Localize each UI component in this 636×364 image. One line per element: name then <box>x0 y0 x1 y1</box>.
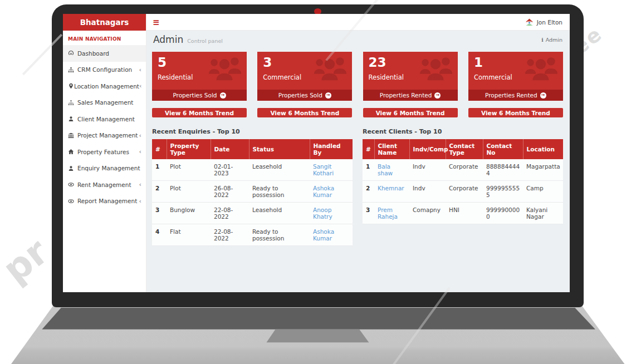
page-header: Admin Control panel Admin <box>146 31 570 48</box>
card-footer-label: Properties Sold <box>173 92 217 99</box>
view-trend-button[interactable]: View 6 Months Trend <box>468 108 563 117</box>
cell-client-name-link[interactable]: Bala shaw <box>374 159 409 181</box>
recent-enquiries-title: Recent Enquiries - Top 10 <box>152 128 353 135</box>
sidebar-item-project-management[interactable]: Project Management <box>63 127 146 144</box>
sidebar-item-label: Sales Management <box>77 99 133 106</box>
card-footer-link[interactable]: Properties Sold <box>152 90 247 101</box>
cell-index: 3 <box>152 203 167 224</box>
sidebar-item-label: Location Management <box>74 83 139 90</box>
page-subtitle: Control panel <box>187 36 223 44</box>
cell-location: Magarpatta <box>523 159 563 181</box>
chevron-left-icon <box>139 198 141 204</box>
laptop-frame: Bhatnagars MAIN NAVIGATION Dashboard CRM… <box>0 0 636 364</box>
cell-date: 02-01-2023 <box>211 159 249 181</box>
stat-card-commercial-rented: 1 Commercial Properties Rented <box>468 52 563 101</box>
laptop-bezel: Bhatnagars MAIN NAVIGATION Dashboard CRM… <box>52 4 584 307</box>
column-header: # <box>363 139 374 159</box>
laptop-base <box>0 302 636 364</box>
cell-property-type: Flat <box>167 224 211 246</box>
people-group-icon <box>523 55 559 83</box>
column-header: Client Name <box>374 139 409 159</box>
sidebar-item-dashboard[interactable]: Dashboard <box>63 45 146 62</box>
sidebar-item-crm-configuration[interactable]: CRM Configuration <box>63 62 146 78</box>
column-header: Indv/Comp <box>409 139 446 159</box>
cell-location: Camp <box>523 181 563 203</box>
people-group-icon <box>207 55 242 83</box>
hamburger-menu-icon[interactable]: ≡ <box>146 17 166 27</box>
sidebar-item-label: Report Management <box>77 198 137 204</box>
cell-date: 26-08-2022 <box>211 181 249 203</box>
view-trend-button[interactable]: View 6 Months Trend <box>257 108 352 117</box>
card-footer-label: Properties Rented <box>380 92 432 99</box>
chevron-left-icon <box>139 181 141 188</box>
cell-handled-by-link[interactable]: Ashoka Kumar <box>310 224 353 246</box>
stat-card-commercial-sold: 3 Commercial Properties Sold <box>257 52 352 101</box>
people-group-icon <box>312 55 348 83</box>
recent-clients-table: # Client Name Indv/Comp Contact Type Con… <box>363 139 563 224</box>
cell-location: Kalyani Nagar <box>523 203 563 224</box>
card-footer-link[interactable]: Properties Rented <box>468 90 563 101</box>
table-row: 2 Khemnar Indv Corporate 9999955555 Camp <box>363 181 563 203</box>
breadcrumb-item: Admin <box>546 37 562 43</box>
person-icon <box>68 165 77 171</box>
table-row: 4 Flat 22-08-2022 Ready to possession As… <box>152 224 353 246</box>
cell-property-type: Bunglow <box>167 203 211 224</box>
cell-index: 2 <box>152 181 167 203</box>
cell-index: 4 <box>152 224 167 246</box>
arrow-circle-icon <box>220 92 226 99</box>
card-footer-label: Properties Rented <box>485 92 537 99</box>
cell-handled-by-link[interactable]: Sangit Kothari <box>310 159 353 181</box>
cell-contact-no: 9999955555 <box>483 181 523 203</box>
card-footer-link[interactable]: Properties Rented <box>363 90 458 101</box>
hierarchy-icon <box>68 100 77 106</box>
cell-indv-comp: Indv <box>409 159 446 181</box>
content: 5 Residential Properties Sold <box>146 48 570 292</box>
sidebar-item-label: Dashboard <box>77 50 109 57</box>
cell-index: 3 <box>363 203 374 224</box>
user-menu[interactable]: Jon Elton <box>525 18 570 26</box>
bank-icon <box>68 132 77 139</box>
column-header: Location <box>523 139 563 159</box>
sidebar-item-label: Client Management <box>77 116 135 122</box>
topbar: ≡ Jon Elton <box>146 14 570 31</box>
laptop-mockup-scene: pr ee Bhatnagars MAIN NAVIGATION Dashboa… <box>0 0 636 364</box>
cell-contact-no: 8888844444 <box>483 159 523 181</box>
chevron-left-icon <box>139 83 141 89</box>
column-header: Date <box>211 139 249 159</box>
sidebar-item-location-management[interactable]: Location Management <box>63 78 146 95</box>
sidebar-item-label: Property Features <box>77 149 129 155</box>
sidebar-section-label: MAIN NAVIGATION <box>63 31 146 45</box>
cell-handled-by-link[interactable]: Ashoka Kumar <box>310 181 353 203</box>
cell-contact-no: 9999900000 <box>483 203 523 224</box>
people-group-icon <box>418 55 453 83</box>
sidebar-item-enquiry-management[interactable]: Enquiry Management <box>63 160 146 177</box>
sidebar-item-rent-management[interactable]: Rent Management <box>63 176 146 193</box>
cell-index: 1 <box>363 159 374 181</box>
brand-title: Bhatnagars <box>63 14 146 31</box>
recent-clients-section: Recent Clients - Top 10 # Client Name In… <box>363 128 563 246</box>
main-area: ≡ Jon Elton Admin Control panel Admin <box>146 14 570 292</box>
cell-client-name-link[interactable]: Prem Raheja <box>374 203 409 224</box>
sidebar-item-label: Project Management <box>77 132 138 139</box>
eye-icon <box>68 181 77 188</box>
house-logo-icon <box>525 18 534 26</box>
stat-card-residential-sold: 5 Residential Properties Sold <box>152 52 247 101</box>
sidebar-item-client-management[interactable]: Client Management <box>63 111 146 127</box>
eye-icon <box>68 198 77 204</box>
sidebar-item-sales-management[interactable]: Sales Management <box>63 95 146 111</box>
cell-contact-type: HNI <box>446 203 483 224</box>
view-trend-button[interactable]: View 6 Months Trend <box>152 108 247 117</box>
cell-handled-by-link[interactable]: Anoop Khatry <box>310 203 353 224</box>
cell-client-name-link[interactable]: Khemnar <box>374 181 409 203</box>
sidebar-item-property-features[interactable]: Property Features <box>63 144 146 160</box>
card-footer-link[interactable]: Properties Sold <box>257 90 352 101</box>
table-row: 3 Prem Raheja Comapny HNI 9999900000 Kal… <box>363 203 563 224</box>
view-trend-button[interactable]: View 6 Months Trend <box>363 108 458 117</box>
dashboard-icon <box>68 50 77 56</box>
sidebar-item-report-management[interactable]: Report Management <box>63 193 146 210</box>
user-name: Jon Elton <box>537 19 562 26</box>
cell-date: 22-08-2022 <box>211 203 249 224</box>
stat-cards-row: 5 Residential Properties Sold <box>152 52 563 101</box>
column-header: Contact Type <box>446 139 483 159</box>
cell-index: 2 <box>363 181 374 203</box>
